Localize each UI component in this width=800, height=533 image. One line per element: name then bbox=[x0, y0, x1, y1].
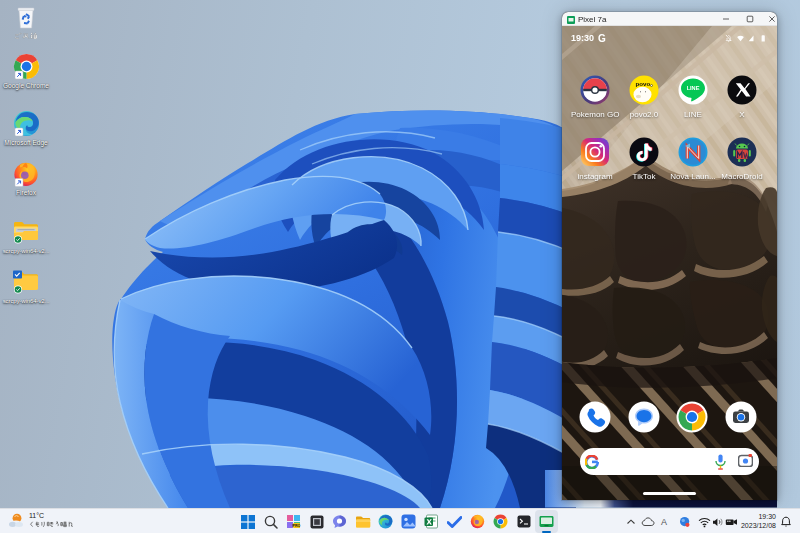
svg-text:povo: povo bbox=[636, 80, 651, 87]
svg-text:LINE: LINE bbox=[687, 85, 700, 91]
